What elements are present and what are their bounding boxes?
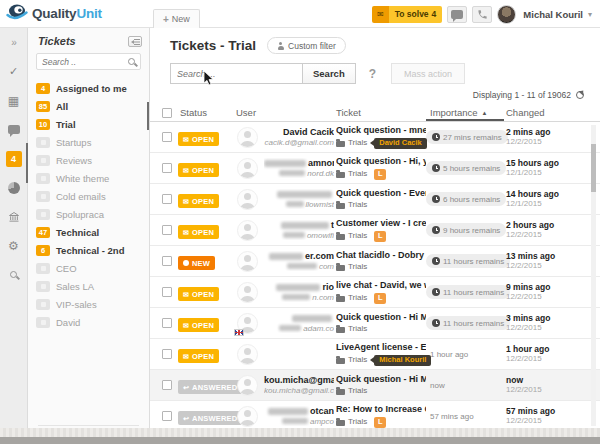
sidebar-item-trial[interactable]: 10 Trial [28,115,149,133]
chats-button[interactable] [0,115,27,144]
sla-pill: 9 hours remains [426,223,506,237]
sidebar-item-ceo[interactable]: CEO [28,259,149,277]
row-checkbox[interactable] [162,287,172,297]
ticket-subject[interactable]: live chat - David, we will t [336,280,426,291]
table-row[interactable]: ✉OPEN David Cacik cacik.d@gmail.com Quic… [150,122,600,153]
chat-button[interactable] [447,6,467,23]
expand-strip-button[interactable]: » [0,28,27,57]
column-header-importance[interactable]: Importance▲ [426,104,504,121]
ticket-cell[interactable]: Quick question - Everythi Trials [334,188,426,210]
blurred-text [268,408,308,415]
ticket-count-badge: 85 [36,101,50,112]
dashboard-button[interactable]: ▦ [0,86,27,115]
user-avatar[interactable] [497,5,516,24]
reports-button[interactable] [0,173,27,202]
ticket-subject[interactable]: Quick question - Everythi [336,188,426,199]
changed-time: 15 hours ago [506,158,600,169]
sidebar-search-input[interactable] [42,57,125,67]
ticket-cell[interactable]: live chat - David, we will t Trials L [334,280,426,303]
sidebar-item-sales-la[interactable]: Sales LA [28,277,149,295]
ticket-subject[interactable]: Quick question - Hi Micha [336,374,426,385]
phone-button[interactable] [472,6,492,23]
search-button-strip[interactable] [0,260,27,289]
table-row[interactable]: ✉OPEN amnor nord.dk Quick question - Hi,… [150,153,600,184]
ticket-cell[interactable]: Re: How to Increase Chat Trials L [334,404,426,427]
column-header-status[interactable]: Status [172,104,230,121]
custom-filter-button[interactable]: Custom filter [267,37,346,54]
user-email: com [264,262,334,272]
sidebar-item-all[interactable]: 85 All [28,97,149,115]
changed-cell: 1 hour ago 12/2/2015 [504,344,600,365]
row-checkbox[interactable] [162,194,172,204]
row-checkbox[interactable] [162,318,172,328]
changed-cell: 3 mins ago 12/2/2015 [504,313,600,334]
sidebar-item-white-theme[interactable]: White theme [28,169,149,187]
column-header-ticket[interactable]: Ticket [334,104,426,121]
sidebar-item-technical-2nd[interactable]: 6 Technical - 2nd [28,241,149,259]
user-name[interactable]: Michal Kouril [523,9,583,20]
select-all-checkbox[interactable] [162,108,172,118]
column-header-changed[interactable]: Changed [504,104,600,121]
ticket-cell[interactable]: Customer view - I created Trials L [334,218,426,241]
help-link[interactable]: ? [369,67,376,81]
row-checkbox[interactable] [162,380,172,390]
ticket-subject[interactable]: Quick question - Hi, yes y [336,156,426,167]
table-row[interactable]: ✉OPEN rio n.com live chat - David, we wi… [150,277,600,308]
search-button[interactable]: Search [302,63,356,84]
collapse-panel-icon[interactable] [128,36,142,47]
ticket-cell[interactable]: Chat tlacidlo - Dobry den Trials [334,250,426,272]
row-checkbox[interactable] [162,163,172,173]
ticket-cell[interactable]: Quick question - mne to r Trials David C… [334,125,426,148]
ticket-subject[interactable]: LiveAgent license - Expire [336,342,426,353]
row-checkbox[interactable] [162,411,172,421]
user-cell: kou.micha@gmail kou.micha@gmail.con [264,375,334,395]
sidebar-scrollbar[interactable] [147,102,149,130]
sidebar-item-reviews[interactable]: Reviews [28,151,149,169]
ticket-cell[interactable]: Quick question - Hi, yes y Trials L [334,156,426,179]
sidebar-search-box[interactable] [36,53,141,70]
chevron-down-icon[interactable]: ▾ [588,10,592,19]
ticket-subject[interactable]: Quick question - Hi Micha [336,312,426,323]
row-checkbox[interactable] [162,256,172,266]
gear-icon: ⚙ [8,239,19,253]
new-ticket-tab[interactable]: + New [153,9,200,28]
sidebar-item-david[interactable]: David [28,313,149,331]
ticket-subject[interactable]: Chat tlacidlo - Dobry den [336,250,426,261]
table-row[interactable]: ↩ANSWERED kou.micha@gmail kou.micha@gmai… [150,370,600,401]
row-checkbox[interactable] [162,349,172,359]
scrollbar-thumb[interactable] [591,144,596,192]
ticket-subject[interactable]: Re: How to Increase Chat [336,404,426,415]
folder-icon [336,141,345,147]
ticket-subject[interactable]: Quick question - mne to r [336,125,426,136]
tasks-button[interactable]: ✓ [0,57,27,86]
brand-logo[interactable]: QualityUnit [6,2,102,26]
table-row[interactable]: ✉OPEN adam.co Quick question - Hi Micha … [150,308,600,339]
settings-button[interactable]: ⚙ [0,231,27,260]
row-checkbox[interactable] [162,132,172,142]
sidebar-item-assigned-to-me[interactable]: 4 Assigned to me [28,79,149,97]
table-row[interactable]: ✉OPEN t omowifi Customer view - I create… [150,215,600,246]
sidebar-item-cold-emails[interactable]: Cold emails [28,187,149,205]
ticket-search-input[interactable] [170,63,303,84]
table-row[interactable]: ✉OPEN llowmist Quick question - Everythi… [150,184,600,215]
portal-button[interactable] [0,202,27,231]
clock-icon [432,288,440,296]
column-header-user[interactable]: User [230,104,334,121]
ticket-cell[interactable]: LiveAgent license - Expire Trials Michal… [334,342,426,365]
table-row[interactable]: NEW er.com com Chat tlacidlo - Dobry den… [150,246,600,277]
sidebar-item-vip-sales[interactable]: VIP-sales [28,295,149,313]
row-checkbox[interactable] [162,225,172,235]
sidebar-item-technical[interactable]: 47 Technical [28,223,149,241]
changed-cell: 15 hours ago 12/1/2015 [504,158,600,179]
tickets-button[interactable]: 4 [0,144,27,173]
changed-date: 12/2/2015 [506,416,600,426]
to-solve-button[interactable]: ✉ To solve4 [372,6,443,23]
ticket-subject[interactable]: Customer view - I created [336,218,426,229]
ticket-cell[interactable]: Quick question - Hi Micha Trials [334,312,426,334]
person-icon [277,42,284,50]
table-row[interactable]: ✉OPEN LiveAgent license - Expire Trials … [150,339,600,370]
ticket-cell[interactable]: Quick question - Hi Micha Trials [334,374,426,396]
sidebar-item-spolupraca[interactable]: Spolupraca [28,205,149,223]
sidebar-item-startups[interactable]: Startups [28,133,149,151]
refresh-icon[interactable] [576,91,584,99]
